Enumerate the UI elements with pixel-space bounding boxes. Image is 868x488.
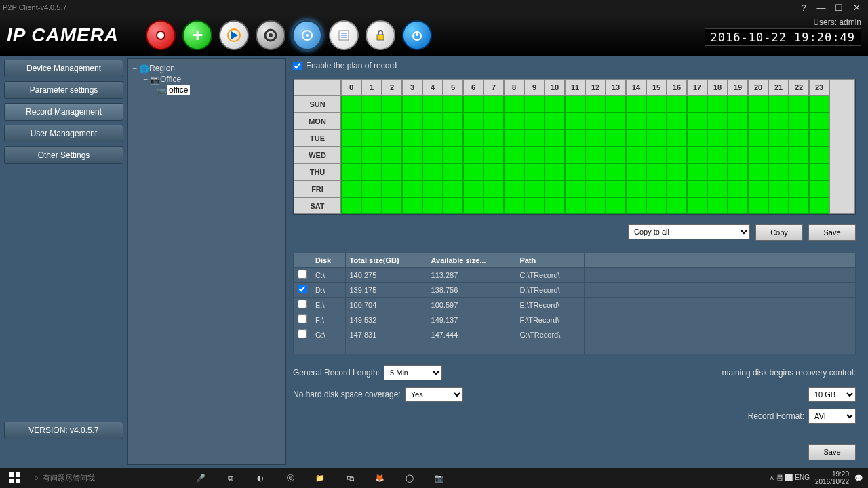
schedule-cell[interactable] (565, 163, 585, 180)
schedule-cell[interactable] (626, 113, 646, 129)
schedule-cell[interactable] (687, 129, 707, 146)
schedule-cell[interactable] (382, 146, 402, 163)
taskbar-explorer[interactable]: 📁 (305, 468, 335, 488)
schedule-cell[interactable] (545, 113, 565, 129)
schedule-cell[interactable] (728, 180, 748, 197)
disk-checkbox[interactable] (298, 270, 307, 279)
schedule-cell[interactable] (402, 146, 422, 163)
minimize-icon[interactable]: — (812, 1, 830, 14)
schedule-cell[interactable] (748, 96, 768, 113)
schedule-cell[interactable] (585, 180, 606, 197)
schedule-cell[interactable] (768, 197, 789, 214)
schedule-cell[interactable] (789, 129, 809, 146)
schedule-cell[interactable] (361, 163, 382, 180)
close-icon[interactable]: ✕ (848, 1, 865, 14)
schedule-cell[interactable] (585, 96, 606, 113)
table-row[interactable]: F:\149.532149.137F:\TRecord\ (294, 312, 856, 327)
schedule-cell[interactable] (361, 146, 382, 163)
schedule-cell[interactable] (728, 129, 748, 146)
schedule-cell[interactable] (707, 113, 728, 129)
schedule-cell[interactable] (667, 180, 687, 197)
schedule-cell[interactable] (646, 113, 667, 129)
schedule-cell[interactable] (422, 197, 443, 214)
schedule-cell[interactable] (484, 163, 504, 180)
schedule-cell[interactable] (504, 129, 524, 146)
schedule-cell[interactable] (422, 180, 443, 197)
schedule-cell[interactable] (361, 180, 382, 197)
schedule-cell[interactable] (402, 96, 422, 113)
schedule-cell[interactable] (707, 180, 728, 197)
schedule-cell[interactable] (667, 163, 687, 180)
sidebar-parameter-settings[interactable]: Parameter settings (4, 81, 123, 99)
schedule-cell[interactable] (422, 96, 443, 113)
schedule-cell[interactable] (768, 113, 789, 129)
schedule-cell[interactable] (463, 96, 484, 113)
schedule-cell[interactable] (443, 180, 463, 197)
record-icon[interactable] (146, 20, 176, 50)
schedule-cell[interactable] (341, 180, 361, 197)
schedule-cell[interactable] (809, 180, 829, 197)
schedule-cell[interactable] (789, 180, 809, 197)
taskbar-p2p[interactable]: 📷 (425, 468, 454, 488)
maximize-icon[interactable]: ☐ (830, 1, 848, 14)
schedule-cell[interactable] (687, 197, 707, 214)
table-row[interactable]: C:\140.275113.287C:\TRecord\ (294, 268, 856, 283)
schedule-cell[interactable] (748, 113, 768, 129)
table-row[interactable]: G:\147.831147.444G:\TRecord\ (294, 327, 856, 342)
schedule-cell[interactable] (504, 163, 524, 180)
schedule-cell[interactable] (463, 197, 484, 214)
schedule-cell[interactable] (667, 146, 687, 163)
schedule-cell[interactable] (545, 180, 565, 197)
taskbar-store[interactable]: 🛍 (335, 468, 365, 488)
schedule-cell[interactable] (687, 113, 707, 129)
schedule-cell[interactable] (402, 129, 422, 146)
copy-to-select[interactable]: Copy to all (628, 224, 750, 239)
schedule-cell[interactable] (361, 96, 382, 113)
task-view-icon[interactable]: ⧉ (216, 468, 245, 488)
schedule-cell[interactable] (809, 197, 829, 214)
collapse-icon[interactable]: − (143, 75, 148, 84)
disk-checkbox[interactable] (298, 300, 307, 308)
schedule-cell[interactable] (524, 129, 545, 146)
schedule-cell[interactable] (728, 197, 748, 214)
schedule-cell[interactable] (443, 113, 463, 129)
schedule-cell[interactable] (646, 197, 667, 214)
day-label[interactable]: MON (294, 113, 341, 129)
schedule-cell[interactable] (545, 96, 565, 113)
schedule-cell[interactable] (748, 129, 768, 146)
schedule-cell[interactable] (382, 197, 402, 214)
schedule-cell[interactable] (422, 146, 443, 163)
schedule-cell[interactable] (443, 163, 463, 180)
schedule-cell[interactable] (524, 96, 545, 113)
schedule-cell[interactable] (667, 96, 687, 113)
log-icon[interactable] (329, 20, 359, 50)
schedule-cell[interactable] (402, 197, 422, 214)
schedule-cell[interactable] (443, 129, 463, 146)
schedule-cell[interactable] (565, 180, 585, 197)
schedule-cell[interactable] (504, 180, 524, 197)
schedule-cell[interactable] (789, 113, 809, 129)
taskbar-clock[interactable]: 19:20 2016/10/22 (815, 470, 849, 485)
schedule-cell[interactable] (606, 180, 626, 197)
schedule-cell[interactable] (606, 96, 626, 113)
schedule-cell[interactable] (463, 129, 484, 146)
schedule-cell[interactable] (443, 197, 463, 214)
day-label[interactable]: SUN (294, 96, 341, 113)
schedule-cell[interactable] (768, 129, 789, 146)
schedule-cell[interactable] (789, 163, 809, 180)
schedule-cell[interactable] (789, 96, 809, 113)
schedule-cell[interactable] (524, 197, 545, 214)
schedule-cell[interactable] (707, 146, 728, 163)
schedule-cell[interactable] (504, 146, 524, 163)
disk-checkbox[interactable] (298, 314, 307, 323)
schedule-cell[interactable] (687, 146, 707, 163)
schedule-cell[interactable] (606, 129, 626, 146)
copy-button[interactable]: Copy (755, 224, 803, 241)
schedule-cell[interactable] (606, 113, 626, 129)
schedule-cell[interactable] (809, 96, 829, 113)
schedule-cell[interactable] (809, 113, 829, 129)
schedule-cell[interactable] (484, 129, 504, 146)
schedule-cell[interactable] (646, 180, 667, 197)
schedule-cell[interactable] (606, 163, 626, 180)
schedule-cell[interactable] (545, 197, 565, 214)
